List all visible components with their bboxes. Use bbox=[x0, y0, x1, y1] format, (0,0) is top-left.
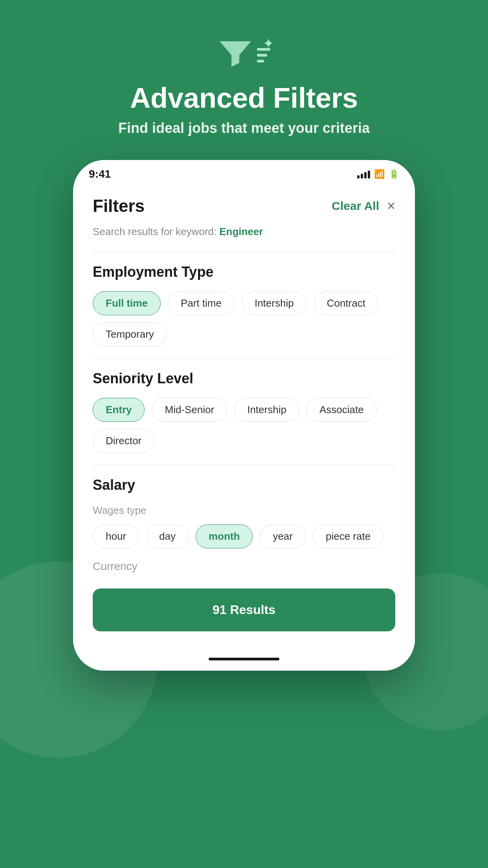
employment-type-tags: Full time Part time Intership Contract T… bbox=[93, 291, 395, 346]
results-button[interactable]: 91 Results bbox=[93, 588, 395, 631]
home-indicator bbox=[73, 647, 415, 671]
divider-1 bbox=[93, 252, 395, 252]
close-button[interactable]: × bbox=[387, 199, 395, 213]
home-bar bbox=[209, 658, 279, 660]
tag-year[interactable]: year bbox=[260, 524, 306, 548]
seniority-level-section: Seniority Level Entry Mid-Senior Intersh… bbox=[93, 370, 395, 453]
tag-intership-sen[interactable]: Intership bbox=[234, 398, 299, 422]
tag-contract[interactable]: Contract bbox=[314, 291, 378, 315]
phone-mockup: 9:41 📶 🔋 Filters Clear All × Search resu… bbox=[73, 160, 415, 671]
page-subtitle: Find ideal jobs that meet your criteria bbox=[118, 120, 370, 136]
tag-full-time[interactable]: Full time bbox=[93, 291, 161, 315]
search-keyword-highlight: Engineer bbox=[219, 226, 263, 237]
wifi-icon: 📶 bbox=[374, 169, 385, 179]
tag-intership-emp[interactable]: Intership bbox=[242, 291, 307, 315]
seniority-level-tags: Entry Mid-Senior Intership Associate Dir… bbox=[93, 398, 395, 453]
search-prefix: Search results for keyword: bbox=[93, 226, 219, 237]
seniority-level-title: Seniority Level bbox=[93, 370, 395, 387]
tag-entry[interactable]: Entry bbox=[93, 398, 145, 422]
salary-title: Salary bbox=[93, 477, 395, 493]
tag-mid-senior[interactable]: Mid-Senior bbox=[152, 398, 227, 422]
sparkle-icon: ✦ bbox=[262, 35, 274, 52]
filter-funnel-icon bbox=[218, 39, 253, 71]
tag-hour[interactable]: hour bbox=[93, 524, 139, 548]
battery-icon: 🔋 bbox=[389, 169, 399, 179]
header-right: Clear All × bbox=[332, 199, 395, 213]
page-title: Advanced Filters bbox=[130, 83, 358, 114]
tag-day[interactable]: day bbox=[146, 524, 189, 548]
filter-icon-container: ✦ bbox=[218, 39, 270, 71]
signal-icon bbox=[357, 170, 370, 178]
wages-type-tags: hour day month year piece rate bbox=[93, 524, 395, 548]
currency-label: Currency bbox=[93, 560, 395, 573]
header-section: ✦ Advanced Filters Find ideal jobs that … bbox=[118, 39, 370, 136]
phone-notch bbox=[205, 160, 283, 174]
search-keyword-text: Search results for keyword: Engineer bbox=[93, 226, 395, 238]
wages-type-label: Wages type bbox=[93, 504, 395, 517]
status-icons: 📶 🔋 bbox=[357, 169, 399, 179]
clear-all-button[interactable]: Clear All bbox=[332, 199, 379, 213]
tag-associate[interactable]: Associate bbox=[306, 398, 377, 422]
filters-header: Filters Clear All × bbox=[93, 188, 395, 226]
status-time: 9:41 bbox=[89, 168, 111, 180]
filters-panel-title: Filters bbox=[93, 196, 145, 216]
phone-content: Filters Clear All × Search results for k… bbox=[73, 184, 415, 647]
tag-part-time[interactable]: Part time bbox=[168, 291, 235, 315]
divider-3 bbox=[93, 465, 395, 465]
tag-director[interactable]: Director bbox=[93, 429, 154, 453]
salary-section: Salary Wages type hour day month year pi… bbox=[93, 477, 395, 573]
tag-temporary[interactable]: Temporary bbox=[93, 322, 167, 346]
employment-type-section: Employment Type Full time Part time Inte… bbox=[93, 264, 395, 346]
tag-piece-rate[interactable]: piece rate bbox=[313, 524, 383, 548]
tag-month[interactable]: month bbox=[196, 524, 253, 548]
divider-2 bbox=[93, 358, 395, 359]
employment-type-title: Employment Type bbox=[93, 264, 395, 280]
